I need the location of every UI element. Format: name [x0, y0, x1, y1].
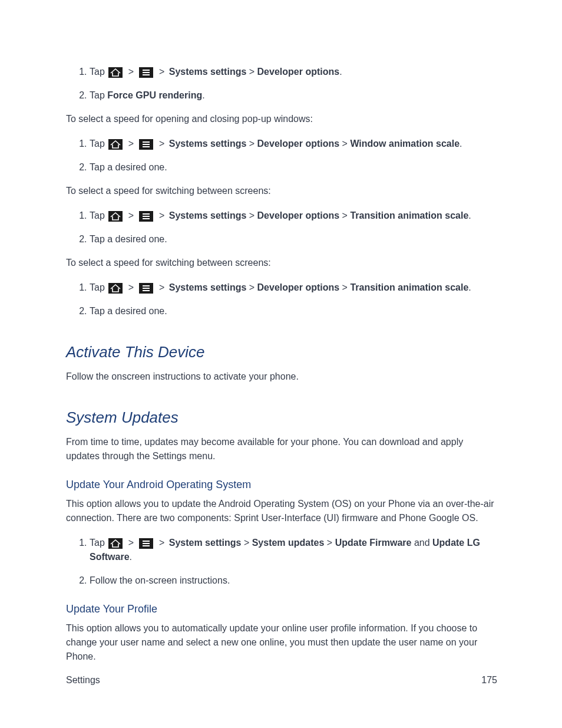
- system-settings-label: System settings: [169, 538, 242, 548]
- para-switch-1: To select a speed for switching between …: [66, 184, 497, 198]
- sep: >: [241, 538, 252, 548]
- para-activate: Follow the onscreen instructions to acti…: [66, 370, 497, 384]
- systems-settings-label: Systems settings: [169, 67, 247, 77]
- steps-transition-2: Tap > > Systems settings > Developer opt…: [66, 281, 497, 318]
- systems-settings-label: Systems settings: [169, 210, 247, 220]
- steps-gpu: Tap > > Systems settings > Developer opt…: [66, 65, 497, 103]
- sep: >: [156, 538, 167, 548]
- home-icon: [108, 211, 123, 222]
- heading-update-os: Update Your Android Operating System: [66, 479, 497, 491]
- steps-window-anim: Tap > > Systems settings > Developer opt…: [66, 137, 497, 174]
- page: Tap > > Systems settings > Developer opt…: [0, 0, 562, 728]
- home-icon: [108, 139, 123, 150]
- menu-icon: [139, 139, 153, 150]
- sep: >: [246, 210, 257, 220]
- system-updates-label: System updates: [252, 538, 325, 548]
- step-1-gpu: Tap > > Systems settings > Developer opt…: [90, 65, 497, 79]
- para-popup: To select a speed for opening and closin…: [66, 112, 497, 126]
- tap-label: Tap: [90, 210, 107, 220]
- sep: >: [125, 210, 136, 220]
- tap-label: Tap: [90, 139, 107, 149]
- sep: >: [246, 282, 257, 292]
- step-1-window: Tap > > Systems settings > Developer opt…: [90, 137, 497, 151]
- step-2-trans-b: Tap a desired one.: [90, 304, 497, 318]
- tap-label: Tap: [90, 538, 107, 548]
- sep: >: [125, 67, 136, 77]
- tap-label: Tap: [90, 90, 107, 100]
- sep: >: [125, 139, 136, 149]
- heading-update-profile: Update Your Profile: [66, 603, 497, 615]
- page-footer: Settings 175: [66, 675, 497, 686]
- developer-options-label: Developer options: [257, 139, 340, 149]
- and-label: and: [411, 538, 432, 548]
- step-2-trans-a: Tap a desired one.: [90, 232, 497, 246]
- step-2-gpu: Tap Force GPU rendering.: [90, 88, 497, 103]
- footer-section: Settings: [66, 675, 100, 686]
- period: .: [459, 139, 462, 149]
- home-icon: [108, 283, 123, 294]
- step-2-update-os: Follow the on-screen instructions.: [90, 574, 497, 588]
- period: .: [468, 282, 471, 292]
- para-switch-2: To select a speed for switching between …: [66, 256, 497, 270]
- steps-transition-1: Tap > > Systems settings > Developer opt…: [66, 209, 497, 246]
- period: .: [202, 90, 204, 100]
- menu-icon: [139, 538, 153, 549]
- sep: >: [339, 210, 350, 220]
- systems-settings-label: Systems settings: [169, 139, 247, 149]
- systems-settings-label: Systems settings: [169, 282, 247, 292]
- home-icon: [108, 538, 123, 549]
- sep: >: [339, 282, 350, 292]
- footer-page-number: 175: [481, 675, 497, 686]
- sep: >: [324, 538, 335, 548]
- sep: >: [156, 139, 167, 149]
- tap-label: Tap: [90, 282, 107, 292]
- heading-system-updates: System Updates: [66, 409, 497, 427]
- developer-options-label: Developer options: [257, 210, 340, 220]
- period: .: [339, 67, 342, 77]
- sep: >: [125, 538, 136, 548]
- developer-options-label: Developer options: [257, 282, 340, 292]
- step-1-trans-b: Tap > > Systems settings > Developer opt…: [90, 281, 497, 295]
- force-gpu-label: Force GPU rendering: [107, 90, 202, 100]
- sep: >: [156, 282, 167, 292]
- sep: >: [246, 139, 257, 149]
- window-anim-label: Window animation scale: [350, 139, 459, 149]
- menu-icon: [139, 283, 153, 294]
- sep: >: [246, 67, 257, 77]
- step-1-update-os: Tap > > System settings > System updates…: [90, 536, 497, 564]
- sep: >: [125, 282, 136, 292]
- developer-options-label: Developer options: [257, 67, 340, 77]
- sep: >: [156, 67, 167, 77]
- step-2-window: Tap a desired one.: [90, 160, 497, 174]
- para-sysupdates: From time to time, updates may become av…: [66, 435, 497, 463]
- period: .: [130, 552, 132, 562]
- tap-label: Tap: [90, 67, 107, 77]
- para-update-profile: This option allows you to automatically …: [66, 621, 497, 664]
- sep: >: [339, 139, 350, 149]
- para-update-os: This option allows you to update the And…: [66, 497, 497, 525]
- home-icon: [108, 67, 123, 78]
- menu-icon: [139, 211, 153, 222]
- transition-anim-label: Transition animation scale: [350, 282, 468, 292]
- transition-anim-label: Transition animation scale: [350, 210, 468, 220]
- heading-activate: Activate This Device: [66, 343, 497, 361]
- steps-update-os: Tap > > System settings > System updates…: [66, 536, 497, 588]
- menu-icon: [139, 67, 153, 78]
- period: .: [468, 210, 471, 220]
- update-firmware-label: Update Firmware: [335, 538, 412, 548]
- step-1-trans-a: Tap > > Systems settings > Developer opt…: [90, 209, 497, 223]
- sep: >: [156, 210, 167, 220]
